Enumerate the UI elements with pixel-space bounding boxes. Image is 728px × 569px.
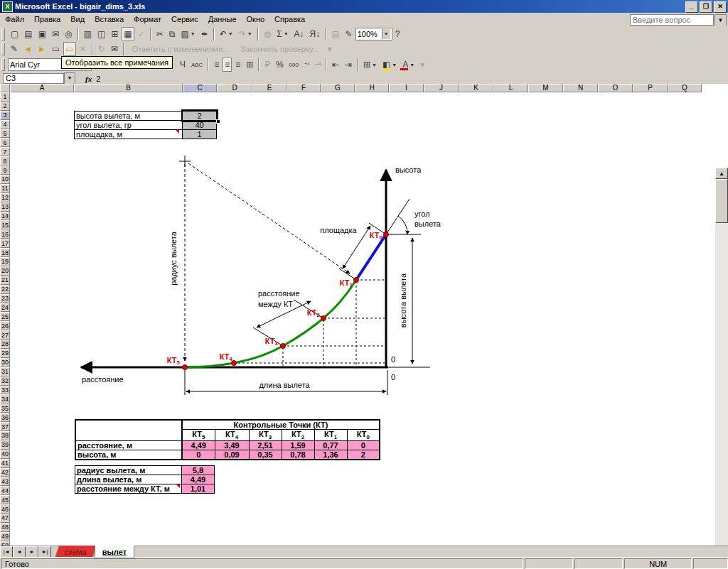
result-label[interactable]: радиус вылета, м (75, 466, 182, 475)
autosum-icon[interactable]: Σ▼ (274, 27, 290, 41)
menu-item-edit[interactable]: Правка (29, 13, 65, 25)
column-header-D[interactable]: D (217, 84, 252, 92)
column-header-O[interactable]: O (598, 84, 633, 92)
kt-cell[interactable]: 0,78 (282, 450, 314, 460)
row-header-13[interactable]: 13 (0, 202, 10, 212)
row-header-6[interactable]: 6 (0, 138, 10, 147)
kt-cell[interactable]: 0,09 (215, 450, 249, 460)
row-header-39[interactable]: 39 (0, 440, 10, 450)
row-header-10[interactable]: 10 (0, 175, 10, 184)
open-icon[interactable]: ▤ (22, 27, 34, 41)
menu-item-format[interactable]: Формат (129, 13, 166, 25)
kt-table-title[interactable]: Контрольные Точки (КТ) (182, 420, 380, 430)
close-button[interactable]: ✕ (714, 1, 727, 13)
save-icon[interactable]: ▣ (36, 27, 48, 41)
column-header-B[interactable]: B (74, 84, 183, 92)
column-header-J[interactable]: J (424, 84, 459, 92)
increase-indent-icon[interactable]: ⇥ (343, 58, 354, 72)
column-header-K[interactable]: K (459, 84, 493, 92)
result-value[interactable]: 1,01 (182, 484, 215, 494)
row-header-25[interactable]: 25 (0, 312, 10, 321)
row-header-27[interactable]: 27 (0, 330, 10, 340)
column-header-C[interactable]: C (183, 84, 217, 92)
column-header-H[interactable]: H (355, 84, 389, 92)
row-header-45[interactable]: 45 (0, 495, 10, 504)
increase-decimal-icon[interactable]: ⁺⁰ (302, 58, 311, 72)
reviewing-overflow-icon[interactable]: ▾ (326, 42, 334, 56)
menu-item-window[interactable]: Окно (242, 13, 270, 25)
send-mail-icon[interactable]: ✉ (109, 42, 120, 56)
row-header-18[interactable]: 18 (0, 248, 10, 257)
kt-cell[interactable]: 4,49 (182, 441, 215, 450)
row-header-16[interactable]: 16 (0, 229, 10, 239)
row-header-5[interactable]: 5 (0, 129, 10, 139)
column-header-M[interactable]: M (528, 84, 563, 92)
new-icon[interactable]: ▢ (9, 27, 21, 41)
decrease-decimal-icon[interactable]: ⁻⁰ (313, 58, 322, 72)
hyperlink-icon[interactable]: ◍ (262, 27, 273, 41)
row-header-2[interactable]: 2 (0, 102, 10, 111)
kt-col-header[interactable]: КТ3 (249, 430, 282, 441)
column-header-F[interactable]: F (287, 84, 321, 92)
kt-row-label[interactable]: высота, м (75, 450, 182, 460)
scroll-up-icon[interactable]: ▲ (715, 168, 728, 179)
row-header-1[interactable]: 1 (0, 92, 10, 102)
format-painter-icon[interactable]: ✒ (199, 27, 210, 41)
name-box[interactable]: C3 (3, 73, 64, 84)
search-icon[interactable]: ◎ (63, 27, 74, 41)
end-review-label[interactable]: Закончить проверку... (240, 45, 318, 53)
previous-comment-icon[interactable]: ◄ (21, 42, 34, 56)
row-header-15[interactable]: 15 (0, 220, 10, 229)
zoom-combo[interactable]: 100%▼ (355, 28, 392, 40)
delete-comment-icon[interactable]: ✕ (77, 42, 89, 56)
sort-descending-icon[interactable]: Я↓ (308, 27, 323, 41)
kt-cell[interactable]: 0,35 (249, 450, 282, 460)
undo-icon[interactable]: ↶▼ (218, 27, 235, 41)
kt-col-header[interactable]: КТ0 (347, 430, 380, 441)
underline-icon[interactable]: Ч (178, 58, 188, 72)
align-right-icon[interactable]: ≡ (233, 58, 242, 72)
row-header-32[interactable]: 32 (0, 376, 10, 386)
row-header-20[interactable]: 20 (0, 266, 10, 276)
menu-item-view[interactable]: Вид (65, 13, 90, 25)
kt-cell[interactable]: 0 (347, 441, 380, 450)
cell-B3[interactable]: высота вылета, м (75, 112, 183, 121)
fx-icon[interactable]: fx (85, 75, 92, 83)
font-color-icon[interactable]: А▼ (400, 58, 417, 72)
result-value[interactable]: 4,49 (182, 475, 215, 484)
paste-icon[interactable]: ▨▼ (178, 27, 197, 41)
menu-item-data[interactable]: Данные (203, 13, 242, 25)
strikethrough-icon[interactable]: АВС (189, 58, 205, 72)
row-header-11[interactable]: 11 (0, 184, 10, 193)
trajectory-diagram[interactable]: высота расстояние радиус вылета высота в… (71, 153, 469, 405)
row-header-14[interactable]: 14 (0, 212, 10, 221)
row-header-37[interactable]: 37 (0, 422, 10, 431)
column-header-Q[interactable]: Q (668, 84, 702, 92)
minimize-button[interactable]: _ (685, 1, 698, 13)
row-header-33[interactable]: 33 (0, 386, 10, 395)
row-header-23[interactable]: 23 (0, 294, 10, 303)
window-icon[interactable]: ⊞ (109, 27, 120, 41)
fill-handle[interactable] (216, 119, 220, 124)
thousands-icon[interactable]: 000 (287, 58, 301, 72)
row-header-28[interactable]: 28 (0, 340, 10, 349)
row-header-40[interactable]: 40 (0, 450, 10, 459)
menu-item-tools[interactable]: Сервис (166, 13, 203, 25)
column-header-I[interactable]: I (389, 84, 424, 92)
row-header-8[interactable]: 8 (0, 156, 10, 166)
row-header-29[interactable]: 29 (0, 349, 10, 358)
row-header-34[interactable]: 34 (0, 394, 10, 403)
mail-icon[interactable]: ✉ (50, 27, 61, 41)
row-header-38[interactable]: 38 (0, 431, 10, 440)
row-header-4[interactable]: 4 (0, 120, 10, 129)
select-all-corner[interactable] (0, 84, 10, 92)
kt-cell[interactable]: 2,51 (249, 441, 282, 450)
kt-cell[interactable]: 0,77 (314, 441, 347, 450)
redo-icon[interactable]: ↷▼ (237, 27, 255, 41)
show-comment-icon[interactable]: ▭ (50, 42, 62, 56)
kt-table-corner-cell[interactable] (75, 420, 182, 441)
row-header-48[interactable]: 48 (0, 523, 10, 532)
previous-sheet-icon[interactable]: ◄ (13, 546, 26, 558)
print-icon[interactable]: ▥ (82, 27, 94, 41)
next-sheet-icon[interactable]: ► (26, 546, 38, 558)
